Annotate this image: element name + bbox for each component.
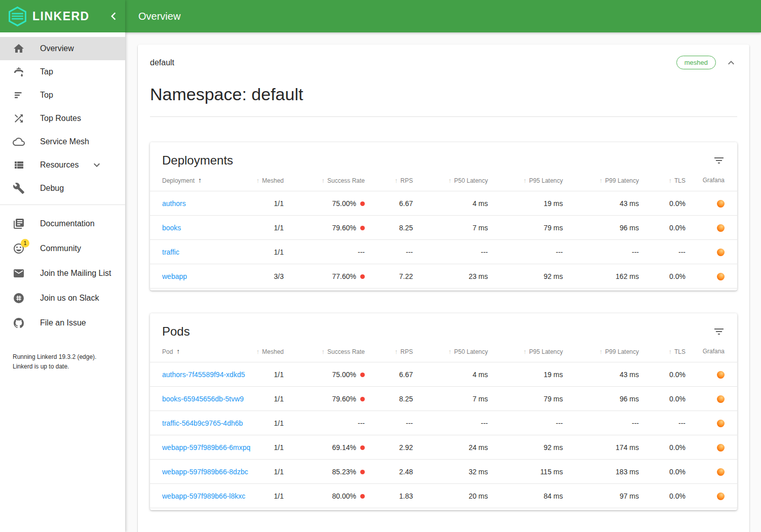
grafana-icon[interactable] — [717, 224, 725, 232]
grafana-icon[interactable] — [717, 371, 725, 379]
column-header-grafana: Grafana — [692, 169, 737, 191]
success-rate-cell: 85.23% — [290, 460, 371, 484]
p99-cell: 97 ms — [569, 484, 645, 508]
column-header-success-rate[interactable]: ↑Success Rate — [290, 169, 371, 191]
pod-link[interactable]: traffic-564b9c9765-4dh6b — [162, 419, 243, 427]
column-header-tls[interactable]: ↑TLS — [645, 340, 692, 362]
pod-link[interactable]: webapp-597f989b66-6mxpq — [162, 443, 250, 452]
rps-cell: 8.25 — [371, 387, 419, 411]
tls-cell: 0.0% — [645, 484, 692, 508]
p95-cell: 19 ms — [494, 191, 569, 216]
sidebar-links: Documentation 1 Community Join the Maili… — [0, 207, 125, 338]
deployment-cell: traffic — [150, 240, 242, 264]
pods-card: Pods Pod↑ ↑Meshed ↑Success Rate — [150, 313, 737, 510]
grafana-icon[interactable] — [717, 273, 725, 280]
sort-arrow-icon: ↑ — [668, 348, 672, 355]
table-row: traffic-564b9c9765-4dh6b 1/1 --- --- ---… — [150, 411, 737, 435]
column-header-meshed[interactable]: ↑Meshed — [242, 169, 290, 191]
deployment-link[interactable]: webapp — [162, 272, 187, 280]
table-row: books 1/1 79.60% 8.25 7 ms 79 ms 96 ms 0… — [150, 216, 737, 240]
table-row: webapp-597f989b66-6mxpq 1/1 69.14% 2.92 … — [150, 435, 737, 460]
p95-cell: --- — [494, 411, 569, 435]
meshed-cell: 3/3 — [242, 264, 290, 289]
pod-link[interactable]: authors-7f45589f94-xdkd5 — [162, 371, 245, 379]
column-header-tls[interactable]: ↑TLS — [645, 169, 692, 191]
sidebar-item-top-routes[interactable]: Top Routes — [0, 107, 125, 130]
namespace-name: default — [150, 58, 676, 67]
sidebar-item-resources[interactable]: Resources — [0, 153, 125, 177]
sidebar-item-community[interactable]: 1 Community — [0, 236, 125, 261]
sidebar-menu: Overview Tap Top Top Routes — [0, 32, 125, 203]
deployments-table: Deployment↑ ↑Meshed ↑Success Rate ↑RPS ↑… — [150, 169, 737, 289]
column-header-p50[interactable]: ↑P50 Latency — [419, 340, 494, 362]
p50-cell: 20 ms — [419, 484, 494, 508]
p50-cell: --- — [419, 411, 494, 435]
grafana-icon[interactable] — [717, 468, 725, 476]
grafana-icon[interactable] — [717, 249, 725, 256]
content-area: default meshed Namespace: default Deploy… — [125, 32, 761, 532]
pods-card-header: Pods — [150, 313, 737, 340]
community-badge: 1 — [21, 239, 29, 248]
success-rate-cell: 75.00% — [290, 362, 371, 387]
filter-icon[interactable] — [713, 325, 725, 338]
top-bars-icon — [13, 89, 25, 101]
tls-cell: 0.0% — [645, 435, 692, 460]
sidebar-item-debug[interactable]: Debug — [0, 177, 125, 200]
pod-link[interactable]: webapp-597f989b66-8dzbc — [162, 468, 248, 476]
table-header-row: Deployment↑ ↑Meshed ↑Success Rate ↑RPS ↑… — [150, 169, 737, 191]
sidebar-item-slack[interactable]: Join us on Slack — [0, 285, 125, 310]
pod-link[interactable]: webapp-597f989b66-l8kxc — [162, 492, 245, 500]
sidebar-item-label: Join the Mailing List — [40, 269, 111, 278]
sidebar-item-label: Service Mesh — [40, 137, 89, 146]
linkerd-logo[interactable]: LINKERD — [7, 6, 106, 27]
sidebar-item-file-issue[interactable]: File an Issue — [0, 310, 125, 335]
grafana-icon[interactable] — [717, 200, 725, 208]
sidebar-item-mailing-list[interactable]: Join the Mailing List — [0, 261, 125, 285]
rps-cell: 6.67 — [371, 191, 419, 216]
column-header-deployment[interactable]: Deployment↑ — [150, 169, 242, 191]
sidebar-item-overview[interactable]: Overview — [0, 37, 125, 60]
deployment-link[interactable]: traffic — [162, 248, 179, 256]
rps-cell: 6.67 — [371, 362, 419, 387]
column-header-meshed[interactable]: ↑Meshed — [242, 340, 290, 362]
column-header-p50[interactable]: ↑P50 Latency — [419, 169, 494, 191]
sidebar-item-label: File an Issue — [40, 318, 86, 328]
sort-arrow-icon: ↑ — [198, 176, 202, 184]
p50-cell: 4 ms — [419, 362, 494, 387]
grafana-icon[interactable] — [717, 444, 725, 452]
column-header-rps[interactable]: ↑RPS — [371, 340, 419, 362]
chevron-down-icon[interactable] — [91, 159, 103, 171]
column-header-p95[interactable]: ↑P95 Latency — [494, 169, 569, 191]
column-header-pod[interactable]: Pod↑ — [150, 340, 242, 362]
grafana-icon[interactable] — [717, 395, 725, 403]
p99-cell: 174 ms — [569, 435, 645, 460]
sidebar-item-top[interactable]: Top — [0, 84, 125, 107]
sidebar-item-tap[interactable]: Tap — [0, 60, 125, 84]
sidebar-item-service-mesh[interactable]: Service Mesh — [0, 130, 125, 153]
grafana-icon[interactable] — [717, 420, 725, 427]
meshed-cell: 1/1 — [242, 484, 290, 508]
p50-cell: 32 ms — [419, 460, 494, 484]
success-rate-cell: 79.60% — [290, 387, 371, 411]
sidebar-collapse-button[interactable] — [106, 9, 121, 24]
table-row: webapp 3/3 77.60% 7.22 23 ms 92 ms 162 m… — [150, 264, 737, 289]
column-header-p99[interactable]: ↑P99 Latency — [569, 169, 645, 191]
column-header-success-rate[interactable]: ↑Success Rate — [290, 340, 371, 362]
status-dot — [360, 373, 365, 377]
deployment-link[interactable]: authors — [162, 199, 186, 208]
success-rate-cell: 69.14% — [290, 435, 371, 460]
pod-link[interactable]: books-65945656db-5tvw9 — [162, 395, 244, 403]
p99-cell: 162 ms — [569, 264, 645, 289]
column-header-p95[interactable]: ↑P95 Latency — [494, 340, 569, 362]
filter-icon[interactable] — [713, 154, 725, 167]
meshed-cell: 1/1 — [242, 387, 290, 411]
sidebar-item-label: Resources — [40, 160, 79, 170]
column-header-p99[interactable]: ↑P99 Latency — [569, 340, 645, 362]
p99-cell: --- — [569, 411, 645, 435]
pods-title: Pods — [162, 324, 190, 339]
sidebar-item-documentation[interactable]: Documentation — [0, 211, 125, 236]
column-header-rps[interactable]: ↑RPS — [371, 169, 419, 191]
collapse-section-button[interactable] — [725, 57, 737, 69]
grafana-icon[interactable] — [717, 493, 725, 500]
deployment-link[interactable]: books — [162, 224, 181, 232]
